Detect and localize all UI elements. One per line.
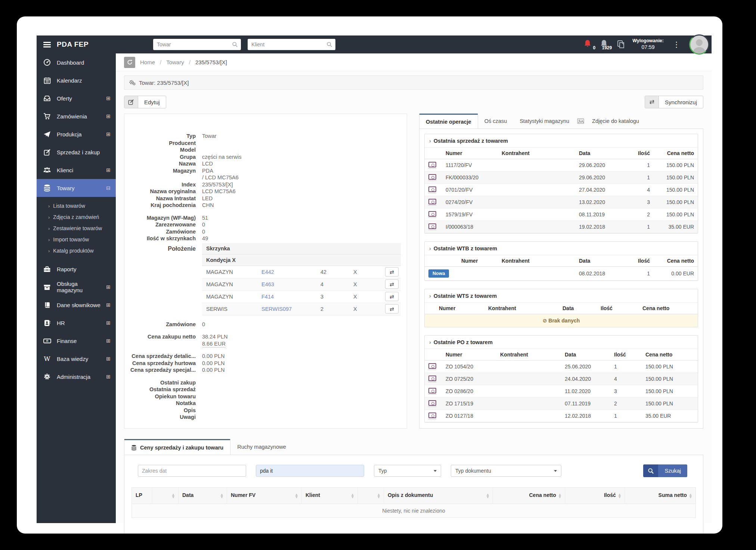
location-code-link[interactable]: F414 bbox=[261, 294, 320, 300]
purchase-price-eur[interactable]: 8.66 EUR bbox=[202, 341, 226, 347]
tab-statystyki-magazynu[interactable]: Statystyki magazynu bbox=[513, 114, 576, 129]
expand-plus-icon[interactable]: ⊞ bbox=[106, 113, 111, 119]
col-klient[interactable]: Klient▲▼ bbox=[302, 488, 358, 504]
expand-plus-icon[interactable]: ⊞ bbox=[106, 95, 111, 101]
expand-plus-icon[interactable]: ⊞ bbox=[106, 167, 111, 173]
location-code-link[interactable]: E442 bbox=[261, 269, 320, 275]
tab-ceny-sprzedazy[interactable]: Ceny sprzedaży i zakupu towaru bbox=[124, 439, 230, 455]
tab-ruchy-magazynowe[interactable]: Ruchy magazynowe bbox=[230, 439, 293, 455]
expand-minus-icon[interactable]: ⊟ bbox=[106, 185, 111, 191]
sidebar-item-finanse[interactable]: 0 Finanse ⊞ bbox=[37, 332, 116, 350]
tab-ostatnie-operacje[interactable]: Ostatnie operacje bbox=[419, 114, 478, 129]
location-condition: X bbox=[353, 294, 383, 300]
col-blank-1[interactable]: ▲▼ bbox=[152, 488, 179, 504]
typ-select[interactable]: Typ bbox=[374, 465, 441, 477]
tab-zdjecie-do-katalogu[interactable]: Zdjęcie do katalogu bbox=[586, 114, 645, 129]
logout-timer[interactable]: Wylogowanie: 07:59 bbox=[632, 38, 664, 50]
expand-plus-icon[interactable]: ⊞ bbox=[106, 320, 111, 326]
avatar[interactable] bbox=[689, 34, 709, 55]
invoice-money-icon[interactable] bbox=[428, 376, 436, 382]
location-code-link[interactable]: E463 bbox=[261, 281, 320, 287]
col-ilosc[interactable]: Ilość▲▼ bbox=[565, 488, 625, 504]
sidebar-item-obsluga-magazynu[interactable]: Obsługa magazynu ⊞ bbox=[37, 278, 116, 296]
sidebar-item-dashboard[interactable]: Dashboard bbox=[37, 53, 116, 71]
hamburger-menu-icon[interactable] bbox=[43, 42, 51, 47]
detail-row: Cena sprzedaży hurtowa 0.00 PLN bbox=[130, 360, 401, 367]
sidebar-item-dane-slownikowe[interactable]: Dane słownikowe ⊞ bbox=[37, 296, 116, 314]
new-badge[interactable]: Nowa bbox=[428, 269, 449, 278]
invoice-money-icon[interactable] bbox=[428, 199, 436, 206]
sidebar-item-zamowienia[interactable]: Zamówienia ⊞ bbox=[37, 107, 116, 125]
invoice-money-icon[interactable] bbox=[428, 388, 436, 395]
invoice-money-icon[interactable] bbox=[428, 412, 436, 419]
doc-number: I/000063/18 bbox=[442, 221, 498, 232]
transfer-button[interactable]: ⇄ bbox=[385, 292, 399, 301]
notification-bell-icon[interactable]: 1929 bbox=[600, 40, 609, 49]
invoice-money-icon[interactable] bbox=[428, 174, 436, 181]
invoice-money-icon[interactable] bbox=[428, 223, 436, 230]
search-button[interactable]: Szukaj bbox=[643, 464, 687, 477]
detail-value: PDA bbox=[202, 167, 213, 174]
towar-search-input[interactable] bbox=[153, 39, 241, 50]
sidebar-subitem-katalg-produktow[interactable]: › Katalg produktów bbox=[37, 245, 116, 256]
synchronize-button[interactable]: ⇄ Synchronizuj bbox=[645, 96, 703, 108]
invoice-money-icon[interactable] bbox=[428, 211, 436, 218]
net-price: 150.00 PLN bbox=[654, 197, 698, 208]
tab-os-czasu[interactable]: Oś czasu bbox=[478, 114, 513, 129]
transfer-button[interactable]: ⇄ bbox=[385, 267, 399, 276]
klient-search-input[interactable] bbox=[248, 39, 335, 50]
doc-number: 1117/20/FV bbox=[442, 160, 498, 171]
col-blank-2[interactable]: ▲▼ bbox=[358, 488, 384, 504]
expand-plus-icon[interactable]: ⊞ bbox=[106, 302, 111, 308]
breadcrumb-towary[interactable]: Towary bbox=[166, 59, 184, 65]
kebab-menu-icon[interactable]: ⋮ bbox=[671, 41, 682, 48]
expand-plus-icon[interactable]: ⊞ bbox=[106, 131, 111, 137]
expand-plus-icon[interactable]: ⊞ bbox=[106, 356, 111, 362]
sidebar-item-administracja[interactable]: Administracja ⊞ bbox=[37, 368, 116, 386]
copy-pages-icon[interactable] bbox=[617, 40, 625, 49]
sidebar-item-hr[interactable]: HR ⊞ bbox=[37, 314, 116, 332]
invoice-money-icon[interactable] bbox=[428, 400, 436, 407]
col-opis[interactable]: Opis z dokumentu▲▼ bbox=[384, 488, 493, 504]
logout-time: 07:59 bbox=[632, 44, 664, 51]
query-input[interactable] bbox=[256, 465, 364, 477]
doc-date: 19.02.2018 bbox=[575, 221, 627, 232]
invoice-money-icon[interactable] bbox=[428, 162, 436, 169]
expand-plus-icon[interactable]: ⊞ bbox=[106, 284, 111, 290]
transfer-button[interactable]: ⇄ bbox=[385, 304, 399, 313]
col-suma-netto[interactable]: Suma netto▲▼ bbox=[625, 488, 695, 504]
sidebar-item-oferty[interactable]: Oferty ⊞ bbox=[37, 89, 116, 107]
refresh-icon[interactable] bbox=[124, 57, 135, 68]
invoice-money-icon[interactable] bbox=[428, 186, 436, 193]
product-details-card: Typ Towar Producent Model bbox=[124, 114, 407, 429]
sidebar-subitem-zestawienie-towarow[interactable]: › Zestawienie towarów bbox=[37, 223, 116, 234]
sidebar-subitem-zdjecia-z-zamowien[interactable]: › Zdjęcia z zamówień bbox=[37, 211, 116, 223]
database-icon bbox=[43, 184, 51, 192]
synchronize-button-label: Synchronizuj bbox=[659, 96, 703, 108]
sidebar-item-raporty[interactable]: Raporty bbox=[37, 260, 116, 278]
invoice-money-icon[interactable] bbox=[428, 363, 436, 370]
sidebar-item-sprzedaz-i-zakup[interactable]: Sprzedaż i zakup bbox=[37, 143, 116, 161]
sidebar-item-baza-wiedzy[interactable]: W Baza wiedzy ⊞ bbox=[37, 350, 116, 368]
sidebar-subitem-import-towarow[interactable]: › Import towarów bbox=[37, 234, 116, 245]
doc-date: 12.02.2018 bbox=[561, 410, 610, 421]
sidebar-item-towary[interactable]: Towary ⊟ bbox=[37, 179, 116, 197]
sidebar-item-klienci[interactable]: Klienci ⊞ bbox=[37, 161, 116, 179]
net-price: 150.00 PLN bbox=[642, 386, 698, 397]
breadcrumb-home[interactable]: Home bbox=[140, 59, 155, 65]
col-lp[interactable]: LP bbox=[132, 488, 152, 504]
typ-dokumentu-select[interactable]: Typ dokumentu bbox=[451, 465, 561, 477]
edit-button[interactable]: Edytuj bbox=[124, 96, 166, 108]
alert-bell-icon[interactable]: 0 bbox=[584, 40, 593, 49]
location-code-link[interactable]: SERWIS097 bbox=[261, 306, 320, 312]
sidebar-item-produkcja[interactable]: Produkcja ⊞ bbox=[37, 125, 116, 143]
expand-plus-icon[interactable]: ⊞ bbox=[106, 374, 111, 380]
expand-plus-icon[interactable]: ⊞ bbox=[106, 338, 111, 344]
date-range-input[interactable] bbox=[138, 465, 246, 477]
col-data[interactable]: Data▲▼ bbox=[179, 488, 227, 504]
col-numer-fv[interactable]: Numer FV▲▼ bbox=[227, 488, 302, 504]
sidebar-subitem-lista-towarow[interactable]: › Lista towarów bbox=[37, 200, 116, 211]
transfer-button[interactable]: ⇄ bbox=[385, 279, 399, 289]
col-cena-netto[interactable]: Cena netto▲▼ bbox=[493, 488, 565, 504]
sidebar-item-kalendarz[interactable]: Kalendarz bbox=[37, 71, 116, 89]
